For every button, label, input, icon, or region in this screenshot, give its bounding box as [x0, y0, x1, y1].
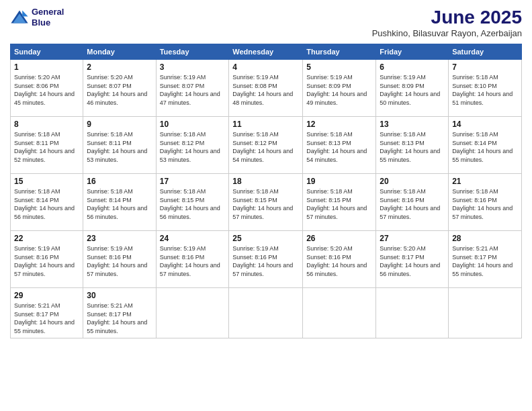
table-row: 16 Sunrise: 5:18 AM Sunset: 8:14 PM Dayl… [83, 174, 156, 231]
day-info: Sunrise: 5:18 AM Sunset: 8:10 PM Dayligh… [452, 73, 518, 107]
day-number: 4 [232, 62, 299, 72]
table-row: 25 Sunrise: 5:19 AM Sunset: 8:16 PM Dayl… [229, 231, 303, 288]
table-row: 17 Sunrise: 5:18 AM Sunset: 8:15 PM Dayl… [156, 174, 229, 231]
day-info: Sunrise: 5:18 AM Sunset: 8:14 PM Dayligh… [14, 187, 79, 221]
day-number: 16 [87, 177, 152, 186]
day-info: Sunrise: 5:19 AM Sunset: 8:16 PM Dayligh… [87, 244, 152, 278]
day-info: Sunrise: 5:19 AM Sunset: 8:09 PM Dayligh… [306, 73, 372, 107]
day-number: 8 [14, 120, 79, 129]
col-header-tuesday: Tuesday [156, 44, 229, 60]
col-header-wednesday: Wednesday [229, 44, 303, 60]
day-number: 5 [306, 62, 372, 72]
header: General Blue June 2025 Pushkino, Bilasuv… [10, 7, 522, 38]
col-header-friday: Friday [376, 44, 449, 60]
table-row [449, 288, 522, 338]
day-info: Sunrise: 5:18 AM Sunset: 8:15 PM Dayligh… [306, 187, 372, 221]
day-info: Sunrise: 5:18 AM Sunset: 8:14 PM Dayligh… [87, 187, 152, 221]
day-info: Sunrise: 5:21 AM Sunset: 8:17 PM Dayligh… [452, 244, 518, 278]
day-number: 12 [306, 120, 372, 129]
calendar: SundayMondayTuesdayWednesdayThursdayFrid… [10, 44, 522, 338]
table-row [303, 288, 376, 338]
logo-line2: Blue [32, 17, 50, 28]
table-row: 4 Sunrise: 5:19 AM Sunset: 8:08 PM Dayli… [229, 60, 303, 117]
day-info: Sunrise: 5:18 AM Sunset: 8:16 PM Dayligh… [452, 187, 518, 221]
table-row: 29 Sunrise: 5:21 AM Sunset: 8:17 PM Dayl… [11, 288, 83, 338]
day-number: 30 [87, 291, 152, 300]
day-info: Sunrise: 5:18 AM Sunset: 8:15 PM Dayligh… [232, 187, 299, 221]
day-number: 27 [380, 234, 445, 243]
table-row: 11 Sunrise: 5:18 AM Sunset: 8:12 PM Dayl… [229, 117, 303, 174]
location: Pushkino, Bilasuvar Rayon, Azerbaijan [372, 28, 522, 38]
day-info: Sunrise: 5:18 AM Sunset: 8:16 PM Dayligh… [380, 187, 445, 221]
day-number: 24 [160, 234, 226, 243]
day-info: Sunrise: 5:18 AM Sunset: 8:11 PM Dayligh… [87, 130, 152, 164]
day-number: 25 [232, 234, 299, 243]
day-number: 17 [160, 177, 226, 186]
table-row: 20 Sunrise: 5:18 AM Sunset: 8:16 PM Dayl… [376, 174, 449, 231]
day-info: Sunrise: 5:19 AM Sunset: 8:07 PM Dayligh… [160, 73, 226, 107]
table-row: 27 Sunrise: 5:20 AM Sunset: 8:17 PM Dayl… [376, 231, 449, 288]
table-row: 18 Sunrise: 5:18 AM Sunset: 8:15 PM Dayl… [229, 174, 303, 231]
day-info: Sunrise: 5:18 AM Sunset: 8:12 PM Dayligh… [160, 130, 226, 164]
day-number: 7 [452, 62, 518, 72]
day-info: Sunrise: 5:19 AM Sunset: 8:16 PM Dayligh… [160, 244, 226, 278]
day-number: 9 [87, 120, 152, 129]
day-info: Sunrise: 5:19 AM Sunset: 8:09 PM Dayligh… [380, 73, 445, 107]
table-row: 30 Sunrise: 5:21 AM Sunset: 8:17 PM Dayl… [83, 288, 156, 338]
logo-icon [10, 8, 29, 27]
day-number: 15 [14, 177, 79, 186]
day-info: Sunrise: 5:18 AM Sunset: 8:11 PM Dayligh… [14, 130, 79, 164]
day-number: 6 [380, 62, 445, 72]
page: General Blue June 2025 Pushkino, Bilasuv… [0, 0, 532, 411]
day-number: 3 [160, 62, 226, 72]
day-number: 18 [232, 177, 299, 186]
day-info: Sunrise: 5:20 AM Sunset: 8:17 PM Dayligh… [380, 244, 445, 278]
day-info: Sunrise: 5:18 AM Sunset: 8:15 PM Dayligh… [160, 187, 226, 221]
day-info: Sunrise: 5:21 AM Sunset: 8:17 PM Dayligh… [14, 302, 79, 335]
table-row: 15 Sunrise: 5:18 AM Sunset: 8:14 PM Dayl… [11, 174, 83, 231]
day-info: Sunrise: 5:21 AM Sunset: 8:17 PM Dayligh… [87, 302, 152, 335]
table-row: 7 Sunrise: 5:18 AM Sunset: 8:10 PM Dayli… [449, 60, 522, 117]
day-info: Sunrise: 5:18 AM Sunset: 8:14 PM Dayligh… [452, 130, 518, 164]
col-header-thursday: Thursday [303, 44, 376, 60]
day-info: Sunrise: 5:19 AM Sunset: 8:08 PM Dayligh… [232, 73, 299, 107]
day-info: Sunrise: 5:18 AM Sunset: 8:13 PM Dayligh… [380, 130, 445, 164]
day-number: 13 [380, 120, 445, 129]
table-row: 8 Sunrise: 5:18 AM Sunset: 8:11 PM Dayli… [11, 117, 83, 174]
day-number: 14 [452, 120, 518, 129]
table-row: 9 Sunrise: 5:18 AM Sunset: 8:11 PM Dayli… [83, 117, 156, 174]
table-row: 19 Sunrise: 5:18 AM Sunset: 8:15 PM Dayl… [303, 174, 376, 231]
col-header-saturday: Saturday [449, 44, 522, 60]
month-title: June 2025 [372, 7, 522, 28]
day-number: 28 [452, 234, 518, 243]
day-info: Sunrise: 5:19 AM Sunset: 8:16 PM Dayligh… [14, 244, 79, 278]
table-row: 14 Sunrise: 5:18 AM Sunset: 8:14 PM Dayl… [449, 117, 522, 174]
day-info: Sunrise: 5:18 AM Sunset: 8:13 PM Dayligh… [306, 130, 372, 164]
table-row: 5 Sunrise: 5:19 AM Sunset: 8:09 PM Dayli… [303, 60, 376, 117]
col-header-monday: Monday [83, 44, 156, 60]
table-row: 22 Sunrise: 5:19 AM Sunset: 8:16 PM Dayl… [11, 231, 83, 288]
day-number: 11 [232, 120, 299, 129]
table-row: 13 Sunrise: 5:18 AM Sunset: 8:13 PM Dayl… [376, 117, 449, 174]
table-row: 1 Sunrise: 5:20 AM Sunset: 8:06 PM Dayli… [11, 60, 83, 117]
table-row: 28 Sunrise: 5:21 AM Sunset: 8:17 PM Dayl… [449, 231, 522, 288]
day-info: Sunrise: 5:18 AM Sunset: 8:12 PM Dayligh… [232, 130, 299, 164]
table-row: 2 Sunrise: 5:20 AM Sunset: 8:07 PM Dayli… [83, 60, 156, 117]
table-row: 12 Sunrise: 5:18 AM Sunset: 8:13 PM Dayl… [303, 117, 376, 174]
logo-text: General Blue [32, 7, 64, 28]
table-row [376, 288, 449, 338]
day-number: 26 [306, 234, 372, 243]
table-row: 21 Sunrise: 5:18 AM Sunset: 8:16 PM Dayl… [449, 174, 522, 231]
day-number: 1 [14, 62, 79, 72]
day-number: 21 [452, 177, 518, 186]
table-row [156, 288, 229, 338]
day-number: 19 [306, 177, 372, 186]
col-header-sunday: Sunday [11, 44, 83, 60]
day-number: 20 [380, 177, 445, 186]
table-row: 6 Sunrise: 5:19 AM Sunset: 8:09 PM Dayli… [376, 60, 449, 117]
table-row: 3 Sunrise: 5:19 AM Sunset: 8:07 PM Dayli… [156, 60, 229, 117]
table-row: 24 Sunrise: 5:19 AM Sunset: 8:16 PM Dayl… [156, 231, 229, 288]
table-row: 26 Sunrise: 5:20 AM Sunset: 8:16 PM Dayl… [303, 231, 376, 288]
day-info: Sunrise: 5:19 AM Sunset: 8:16 PM Dayligh… [232, 244, 299, 278]
day-number: 10 [160, 120, 226, 129]
